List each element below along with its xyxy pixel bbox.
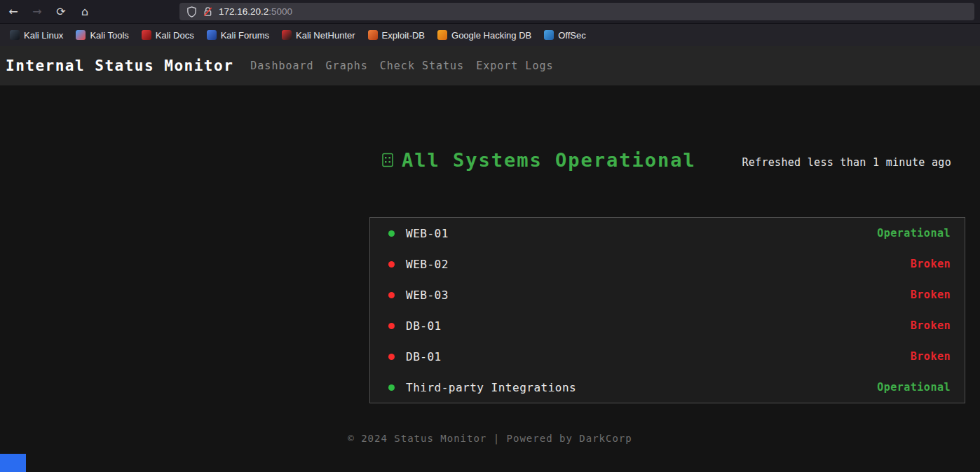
- service-status: Operational: [877, 381, 951, 394]
- bookmark-label: Kali Linux: [24, 30, 63, 41]
- footer-text: © 2024 Status Monitor | Powered by DarkC…: [0, 433, 980, 444]
- service-row: Third-party IntegrationsOperational: [370, 372, 965, 403]
- status-heading-text: All Systems Operational: [402, 149, 696, 171]
- refreshed-timestamp: Refreshed less than 1 minute ago: [742, 156, 951, 169]
- kali-docs-icon: [142, 30, 151, 40]
- taskbar-corner: [0, 454, 26, 472]
- url-port: :5000: [268, 6, 292, 17]
- kali-nethunter-icon: [282, 30, 292, 40]
- status-dot-red: [388, 261, 395, 268]
- bookmark-kali-linux[interactable]: Kali Linux: [4, 28, 69, 43]
- service-status: Broken: [911, 319, 951, 332]
- status-dot-red: [388, 323, 395, 329]
- bookmark-kali-forums[interactable]: Kali Forums: [201, 28, 275, 43]
- bookmark-google-hacking-db[interactable]: Google Hacking DB: [432, 28, 537, 43]
- site-header: Internal Status Monitor DashboardGraphsC…: [0, 46, 980, 85]
- forward-icon[interactable]: →: [27, 3, 48, 21]
- bookmark-label: Kali Forums: [221, 30, 269, 41]
- bookmark-kali-nethunter[interactable]: Kali NetHunter: [276, 28, 361, 43]
- status-dot-green: [388, 384, 395, 391]
- service-status: Broken: [911, 258, 951, 270]
- service-row: DB-01Broken: [370, 310, 965, 341]
- bookmark-exploit-db[interactable]: Exploit-DB: [362, 28, 430, 43]
- nav-check-status[interactable]: Check Status: [380, 60, 464, 72]
- bookmark-label: OffSec: [558, 30, 586, 41]
- browser-window: ← → ⟳ ⌂ 172.16.20.2:5000 Kali LinuxKali …: [0, 0, 980, 472]
- offsec-icon: [544, 30, 554, 40]
- url-host: 172.16.20.2: [219, 6, 268, 17]
- status-heading: All Systems Operational: [382, 149, 696, 171]
- nav-graphs[interactable]: Graphs: [326, 60, 368, 72]
- service-list: WEB-01OperationalWEB-02BrokenWEB-03Broke…: [369, 217, 965, 403]
- insecure-lock-icon[interactable]: [203, 6, 212, 17]
- browser-toolbar: ← → ⟳ ⌂ 172.16.20.2:5000: [0, 0, 980, 24]
- bookmark-kali-docs[interactable]: Kali Docs: [136, 28, 200, 43]
- kali-forums-icon: [207, 30, 217, 40]
- nav-export-logs[interactable]: Export Logs: [476, 60, 553, 72]
- service-row: DB-01Broken: [370, 341, 965, 372]
- green-tofu-icon: [382, 153, 393, 167]
- back-icon[interactable]: ←: [3, 3, 24, 21]
- service-name: DB-01: [406, 350, 442, 363]
- bookmark-label: Exploit-DB: [382, 30, 425, 41]
- status-dot-green: [388, 230, 395, 237]
- bookmark-label: Kali NetHunter: [296, 30, 355, 41]
- exploit-db-icon: [368, 30, 378, 40]
- service-status: Operational: [877, 227, 951, 240]
- bookmark-kali-tools[interactable]: Kali Tools: [70, 28, 134, 43]
- kali-dragon-icon: [10, 30, 20, 40]
- bookmarks-bar: Kali LinuxKali ToolsKali DocsKali Forums…: [0, 24, 980, 47]
- nav-dashboard[interactable]: Dashboard: [250, 60, 313, 72]
- service-status: Broken: [911, 350, 951, 363]
- service-row: WEB-01Operational: [370, 218, 965, 249]
- service-name: Third-party Integrations: [406, 381, 576, 394]
- kali-tools-icon: [76, 30, 86, 40]
- bookmark-label: Kali Tools: [90, 30, 128, 41]
- shield-icon[interactable]: [186, 6, 197, 18]
- bookmark-label: Kali Docs: [156, 30, 194, 41]
- home-icon[interactable]: ⌂: [74, 3, 95, 21]
- bookmark-offsec[interactable]: OffSec: [538, 28, 592, 43]
- service-name: WEB-03: [406, 289, 449, 302]
- service-name: WEB-02: [406, 258, 449, 271]
- url-bar[interactable]: 172.16.20.2:5000: [179, 3, 974, 20]
- service-row: WEB-02Broken: [370, 249, 965, 279]
- status-dot-red: [388, 354, 395, 360]
- service-name: DB-01: [406, 319, 442, 333]
- service-row: WEB-03Broken: [370, 279, 965, 310]
- refresh-icon[interactable]: ⟳: [50, 3, 72, 21]
- page-title: Internal Status Monitor: [6, 57, 233, 74]
- bookmark-label: Google Hacking DB: [451, 30, 531, 41]
- service-name: WEB-01: [406, 227, 449, 240]
- service-status: Broken: [911, 289, 951, 301]
- header-nav: DashboardGraphsCheck StatusExport Logs: [250, 60, 553, 72]
- url-text[interactable]: 172.16.20.2:5000: [219, 6, 292, 17]
- status-dot-red: [388, 292, 395, 298]
- ghdb-icon: [437, 30, 447, 40]
